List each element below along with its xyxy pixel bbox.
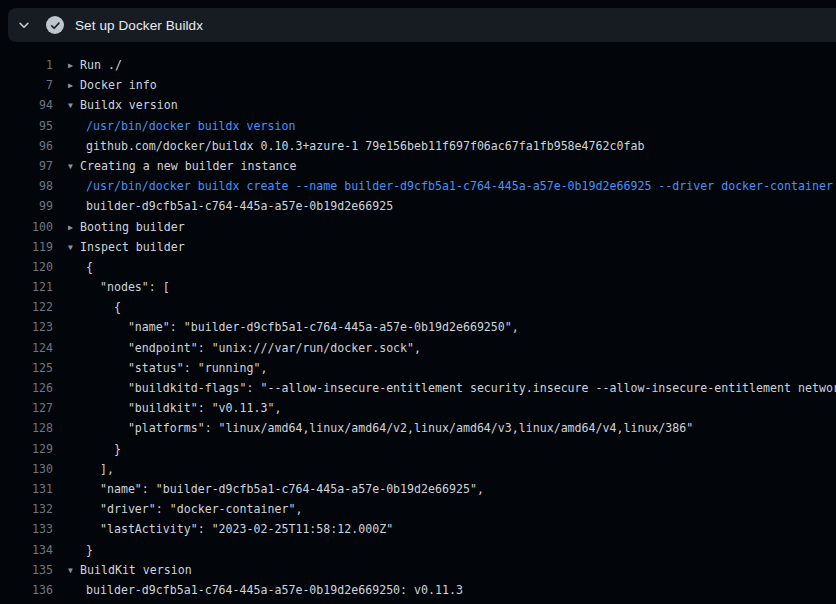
- log-line-row: 124 "endpoint": "unix:///var/run/docker.…: [0, 338, 836, 358]
- log-group-row[interactable]: 7▶Docker info: [0, 75, 836, 95]
- log-group-title: BuildKit version: [80, 563, 192, 577]
- line-number[interactable]: 97: [0, 156, 53, 176]
- log-lines: 1▶Run ./7▶Docker info94▼Buildx version95…: [0, 42, 836, 600]
- log-line-body: "buildkit": "v0.11.3",: [68, 398, 281, 418]
- log-line-body: /usr/bin/docker buildx version: [68, 116, 295, 136]
- log-line-body: ▼Creating a new builder instance: [68, 156, 296, 176]
- log-output-text: "lastActivity": "2023-02-25T11:58:12.000…: [86, 522, 393, 536]
- log-line-row: 131 "name": "builder-d9cfb5a1-c764-445a-…: [0, 479, 836, 499]
- triangle-down-icon[interactable]: ▼: [68, 157, 80, 177]
- log-line-body: ],: [68, 459, 114, 479]
- log-line-body: ▼Buildx version: [68, 95, 178, 115]
- log-line-body: "driver": "docker-container",: [68, 499, 302, 519]
- log-line-body: github.com/docker/buildx 0.10.3+azure-1 …: [68, 136, 644, 156]
- line-number[interactable]: 132: [0, 499, 53, 519]
- log-line-body: /usr/bin/docker buildx create --name bui…: [68, 176, 833, 196]
- line-number[interactable]: 120: [0, 257, 53, 277]
- chevron-down-icon[interactable]: [16, 17, 32, 33]
- triangle-right-icon[interactable]: ▶: [68, 218, 80, 238]
- log-command-text: /usr/bin/docker buildx create --name bui…: [86, 179, 833, 193]
- log-output-text: builder-d9cfb5a1-c764-445a-a57e-0b19d2e6…: [86, 199, 393, 213]
- line-number[interactable]: 99: [0, 196, 53, 216]
- log-line-body: "nodes": [: [68, 277, 170, 297]
- log-line-row: 133 "lastActivity": "2023-02-25T11:58:12…: [0, 519, 836, 539]
- line-number[interactable]: 98: [0, 176, 53, 196]
- line-number[interactable]: 125: [0, 358, 53, 378]
- line-number[interactable]: 95: [0, 116, 53, 136]
- line-number[interactable]: 130: [0, 459, 53, 479]
- log-line-body: "name": "builder-d9cfb5a1-c764-445a-a57e…: [68, 479, 484, 499]
- line-number[interactable]: 1: [0, 55, 53, 75]
- log-group-row[interactable]: 119▼Inspect builder: [0, 237, 836, 257]
- step-title: Set up Docker Buildx: [75, 18, 203, 33]
- log-line-body: builder-d9cfb5a1-c764-445a-a57e-0b19d2e6…: [68, 196, 393, 216]
- line-number[interactable]: 129: [0, 439, 53, 459]
- log-line-body: "lastActivity": "2023-02-25T11:58:12.000…: [68, 519, 393, 539]
- log-line-body: ▼BuildKit version: [68, 560, 192, 580]
- log-line-row: 123 "name": "builder-d9cfb5a1-c764-445a-…: [0, 317, 836, 337]
- line-number[interactable]: 119: [0, 237, 53, 257]
- log-line-row: 95/usr/bin/docker buildx version: [0, 116, 836, 136]
- log-group-row[interactable]: 135▼BuildKit version: [0, 560, 836, 580]
- line-number[interactable]: 100: [0, 217, 53, 237]
- line-number[interactable]: 126: [0, 378, 53, 398]
- log-line-body: ▶Docker info: [68, 75, 157, 95]
- log-output-text: "buildkitd-flags": "--allow-insecure-ent…: [86, 381, 836, 395]
- log-line-row: 98/usr/bin/docker buildx create --name b…: [0, 176, 836, 196]
- line-number[interactable]: 121: [0, 277, 53, 297]
- line-number[interactable]: 96: [0, 136, 53, 156]
- log-group-title: Run ./: [80, 58, 122, 72]
- log-line-body: {: [68, 297, 121, 317]
- triangle-down-icon[interactable]: ▼: [68, 238, 80, 258]
- log-output-text: "name": "builder-d9cfb5a1-c764-445a-a57e…: [86, 482, 484, 496]
- line-number[interactable]: 124: [0, 338, 53, 358]
- triangle-down-icon[interactable]: ▼: [68, 96, 80, 116]
- log-line-row: 126 "buildkitd-flags": "--allow-insecure…: [0, 378, 836, 398]
- log-output-text: ],: [86, 462, 114, 476]
- log-group-title: Creating a new builder instance: [80, 159, 296, 173]
- log-output-text: "platforms": "linux/amd64,linux/amd64/v2…: [86, 421, 693, 435]
- log-group-row[interactable]: 100▶Booting builder: [0, 217, 836, 237]
- log-group-title: Buildx version: [80, 98, 178, 112]
- log-line-body: }: [68, 439, 121, 459]
- log-group-row[interactable]: 97▼Creating a new builder instance: [0, 156, 836, 176]
- log-line-row: 125 "status": "running",: [0, 358, 836, 378]
- triangle-right-icon[interactable]: ▶: [68, 76, 80, 96]
- triangle-right-icon[interactable]: ▶: [68, 56, 80, 76]
- log-output-text: "name": "builder-d9cfb5a1-c764-445a-a57e…: [86, 320, 519, 334]
- log-output-text: github.com/docker/buildx 0.10.3+azure-1 …: [86, 139, 644, 153]
- line-number[interactable]: 122: [0, 297, 53, 317]
- log-group-title: Docker info: [80, 78, 157, 92]
- check-circle-icon: [46, 16, 64, 34]
- log-line-body: builder-d9cfb5a1-c764-445a-a57e-0b19d2e6…: [68, 580, 463, 600]
- log-line-body: {: [68, 257, 93, 277]
- line-number[interactable]: 94: [0, 95, 53, 115]
- log-output-text: "buildkit": "v0.11.3",: [86, 401, 281, 415]
- log-line-row: 132 "driver": "docker-container",: [0, 499, 836, 519]
- log-line-body: "name": "builder-d9cfb5a1-c764-445a-a57e…: [68, 317, 519, 337]
- triangle-down-icon[interactable]: ▼: [68, 561, 80, 581]
- line-number[interactable]: 123: [0, 317, 53, 337]
- log-output-text: }: [86, 543, 93, 557]
- log-line-row: 136builder-d9cfb5a1-c764-445a-a57e-0b19d…: [0, 580, 836, 600]
- log-line-row: 130 ],: [0, 459, 836, 479]
- log-output-text: "nodes": [: [86, 280, 170, 294]
- line-number[interactable]: 127: [0, 398, 53, 418]
- log-line-body: "buildkitd-flags": "--allow-insecure-ent…: [68, 378, 836, 398]
- line-number[interactable]: 134: [0, 540, 53, 560]
- line-number[interactable]: 135: [0, 560, 53, 580]
- log-line-row: 96github.com/docker/buildx 0.10.3+azure-…: [0, 136, 836, 156]
- log-group-title: Inspect builder: [80, 240, 185, 254]
- log-group-row[interactable]: 94▼Buildx version: [0, 95, 836, 115]
- log-line-body: ▼Inspect builder: [68, 237, 185, 257]
- log-line-body: "status": "running",: [68, 358, 267, 378]
- line-number[interactable]: 136: [0, 580, 53, 600]
- step-header[interactable]: Set up Docker Buildx: [8, 8, 836, 42]
- log-output-text: }: [86, 442, 121, 456]
- line-number[interactable]: 7: [0, 75, 53, 95]
- log-line-body: ▶Run ./: [68, 55, 122, 75]
- line-number[interactable]: 131: [0, 479, 53, 499]
- line-number[interactable]: 128: [0, 418, 53, 438]
- log-group-row[interactable]: 1▶Run ./: [0, 55, 836, 75]
- line-number[interactable]: 133: [0, 519, 53, 539]
